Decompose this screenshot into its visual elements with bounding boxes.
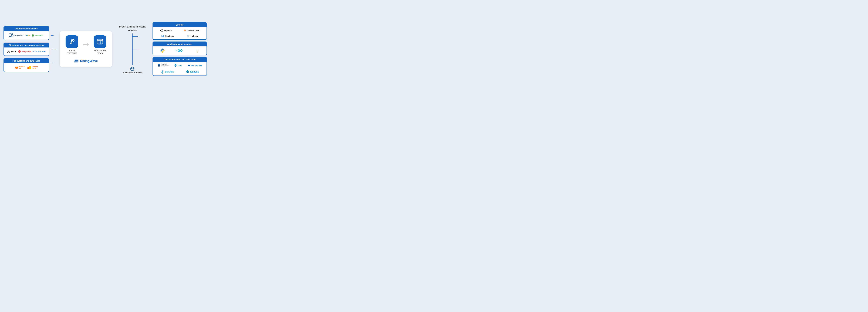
pg-protocol-icon bbox=[130, 66, 135, 71]
pulsar-icon bbox=[33, 50, 37, 53]
svg-rect-40 bbox=[97, 39, 103, 41]
center-arrow-icon bbox=[83, 43, 89, 47]
snowflake-text: snowflake bbox=[165, 71, 174, 73]
risingwave-icon bbox=[74, 59, 79, 63]
data-warehouses-header: Data warehouses and data lakes bbox=[153, 57, 207, 62]
diagram: Operational databases PostgreSQL My SQL bbox=[3, 22, 207, 76]
materialized-views-label: Materialized views bbox=[93, 49, 107, 54]
svg-rect-47 bbox=[163, 35, 164, 37]
svg-text:SQL: SQL bbox=[27, 35, 29, 36]
pulsar-logo: PULSAR bbox=[33, 50, 45, 53]
svg-point-65 bbox=[160, 72, 161, 72]
iceberg-icon bbox=[186, 70, 189, 74]
gears-icon bbox=[68, 38, 75, 45]
svg-point-67 bbox=[162, 71, 163, 72]
tableau-icon bbox=[187, 35, 190, 38]
fresh-results-text: Fresh and consistent results bbox=[115, 25, 150, 32]
kafka-logo: kafka bbox=[7, 50, 16, 53]
data-warehouses-row2: snowflake ICEBERG bbox=[155, 70, 204, 74]
svg-point-3 bbox=[7, 52, 8, 53]
top-branch: → bbox=[132, 35, 140, 38]
bi-tools-box: BI tools Superset bbox=[153, 22, 207, 40]
kafka-icon bbox=[7, 50, 10, 53]
python-logo bbox=[160, 48, 165, 53]
svg-rect-45 bbox=[161, 35, 162, 37]
svg-line-6 bbox=[8, 51, 9, 52]
svg-point-2 bbox=[8, 50, 9, 51]
data-warehouses-box: Data warehouses and data lakes Amazon RE… bbox=[153, 57, 207, 76]
hadoop-logo: H hadoop HDFS bbox=[27, 66, 38, 69]
mongodb-icon bbox=[32, 34, 34, 37]
materialized-views-wrap: Materialized views bbox=[93, 35, 107, 54]
stream-processing-icon-box bbox=[66, 35, 78, 48]
svg-text:≡GO: ≡GO bbox=[176, 49, 183, 53]
deltalake-logo: DELTA LAKE bbox=[187, 64, 202, 67]
amazons3-text: amazon S3 bbox=[19, 66, 25, 69]
svg-point-28 bbox=[71, 42, 71, 43]
postgresql-icon bbox=[9, 33, 13, 37]
branch-line-bot bbox=[132, 63, 137, 63]
java-icon bbox=[195, 48, 199, 53]
metabase-icon bbox=[161, 35, 164, 38]
postgresql-text: PostgreSQL bbox=[13, 35, 24, 36]
svg-point-4 bbox=[9, 52, 10, 53]
java-logo bbox=[195, 48, 199, 53]
redpanda-logo: RP Redpanda bbox=[18, 50, 31, 53]
middle-section: Fresh and consistent results → → → bbox=[115, 25, 150, 73]
branch-arrow-mid: → bbox=[137, 48, 140, 51]
branch-arrow-bot: → bbox=[137, 62, 140, 64]
bottom-branch: → bbox=[132, 62, 140, 64]
streaming-systems-box: Streaming and messaging systems kafka bbox=[3, 42, 49, 56]
redpanda-text: Redpanda bbox=[22, 50, 31, 53]
svg-point-66 bbox=[163, 72, 164, 72]
branch-container: → → → bbox=[125, 33, 140, 65]
svg-rect-15 bbox=[29, 66, 31, 69]
arrow3: → bbox=[51, 61, 58, 65]
svg-point-44 bbox=[184, 30, 185, 31]
svg-marker-69 bbox=[186, 71, 189, 73]
grafana-text: Grafana Labs bbox=[187, 29, 199, 32]
left-column: Operational databases PostgreSQL My SQL bbox=[3, 26, 49, 72]
svg-point-64 bbox=[162, 73, 162, 74]
mongodb-text: mongoDB. bbox=[35, 35, 44, 36]
app-services-row: ≡GO bbox=[155, 48, 204, 53]
center-gray-arrow bbox=[83, 43, 89, 46]
filesystems-box: File systems and data lakes amazon S3 bbox=[3, 58, 49, 72]
filesystems-body: amazon S3 H hadoop HDFS bbox=[4, 63, 49, 72]
risingwave-brand: RisingWave bbox=[74, 59, 98, 63]
superset-logo: Superset bbox=[160, 29, 172, 32]
deltalake-text: DELTA LAKE bbox=[191, 65, 202, 66]
deltalake-icon bbox=[187, 64, 191, 67]
stream-processing-wrap: Stream processing bbox=[64, 35, 80, 54]
bi-tools-row1: Superset Grafana Labs bbox=[155, 29, 204, 32]
redpanda-icon: RP bbox=[18, 50, 21, 53]
operational-databases-box: Operational databases PostgreSQL My SQL bbox=[3, 26, 49, 40]
iceberg-logo: ICEBERG bbox=[186, 70, 199, 74]
metabase-text: Metabase bbox=[165, 35, 174, 37]
tableau-text: +tableau bbox=[190, 35, 198, 37]
data-warehouses-body: Amazon REDSHIFT hudi hudi bbox=[153, 62, 207, 75]
streaming-systems-header: Streaming and messaging systems bbox=[4, 43, 49, 47]
operational-databases-header: Operational databases bbox=[4, 27, 49, 31]
hadoop-icon: H bbox=[27, 66, 31, 69]
redshift-icon bbox=[157, 64, 161, 67]
svg-marker-68 bbox=[186, 70, 189, 71]
filesystems-header: File systems and data lakes bbox=[4, 59, 49, 63]
svg-point-18 bbox=[72, 40, 73, 41]
middle-branch: → bbox=[132, 48, 140, 51]
mysql-logo: My SQL bbox=[26, 34, 30, 37]
svg-point-63 bbox=[162, 70, 162, 70]
svg-line-5 bbox=[7, 51, 8, 52]
app-services-body: ≡GO bbox=[153, 46, 207, 55]
table-icon bbox=[96, 38, 103, 45]
amazons3-logo: amazon S3 bbox=[15, 66, 25, 69]
kafka-text: kafka bbox=[11, 50, 16, 53]
svg-text:H: H bbox=[28, 67, 28, 68]
arrow1: → bbox=[51, 33, 58, 38]
amazons3-icon bbox=[15, 66, 19, 69]
pg-protocol-wrap: PostgreSQL Protocol bbox=[123, 66, 142, 73]
iceberg-text: ICEBERG bbox=[190, 71, 199, 73]
materialized-views-icon-box bbox=[94, 35, 106, 48]
golang-icon: ≡GO bbox=[176, 49, 185, 53]
svg-marker-33 bbox=[83, 43, 89, 46]
